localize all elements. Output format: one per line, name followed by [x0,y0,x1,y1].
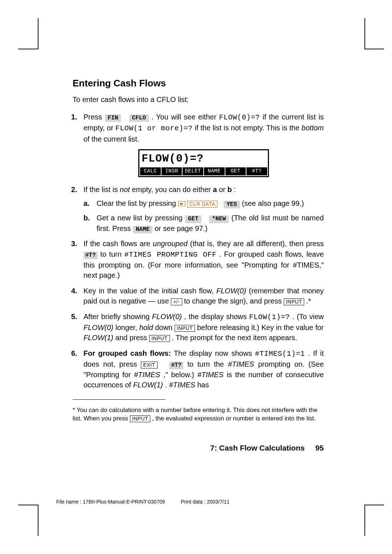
sign-key[interactable]: +/- [171,298,182,305]
text: down [155,323,175,331]
text: has [197,381,209,389]
step-number: 6. [71,348,77,358]
intro-text: To enter cash flows into a CFLO list: [73,95,324,104]
page: Entering Cash Flows To enter cash flows … [0,0,392,554]
prompt-flow1: FLOW(1 or more)=? [115,124,193,133]
text-bold: For grouped cash flows: [83,349,171,357]
text: ," below.) [163,371,197,379]
input-key[interactable]: INPUT [284,298,305,305]
fin-button[interactable]: FIN [105,114,121,122]
section-heading: Entering Cash Flows [73,78,324,89]
text-italic: #TIMES [197,371,224,379]
text: If the list is [83,186,120,194]
lcd-menu-calc: CALC [140,167,161,175]
text-italic: FLOW(0) [216,287,246,295]
text: Get a new list by pressing [97,214,185,222]
tq-button[interactable]: #T? [83,252,98,259]
footnote-ref: * [308,297,311,305]
lcd-menu-insr: INSR [162,167,182,175]
tq-button[interactable]: #T? [169,362,183,369]
step-6: 6. For grouped cash flows: The display n… [81,348,324,390]
step-number: 2. [71,184,77,195]
text-italic: not [120,186,130,194]
text: If the cash flows are [83,240,153,248]
step-number: 3. [71,239,77,249]
chapter-title: 7: Cash Flow Calculations [210,444,305,452]
lcd-prompt: FLOW(0)=? [139,150,268,167]
text-bold: a [213,186,217,194]
step-list: 1. Press FIN CFLO . You will see either … [81,112,324,390]
step-number: 5. [71,311,77,322]
crop-mark [38,18,38,49]
substep-list: a. Clear the list by pressing CLR DATA Y… [93,198,324,233]
text-bold: b [228,186,232,194]
meta-file: File name : 17BII-Plus-Manual-E-PRINT-03… [56,499,165,505]
lcd-menu-delet: DELET [183,167,203,175]
page-number: 95 [315,444,324,452]
crop-mark [18,505,38,505]
substep-b: b. Get a new list by pressing GET *NEW (… [93,213,324,233]
step-number: 1. [71,112,77,122]
text: (that is, they are all different), then … [190,240,324,248]
text: to turn [100,250,124,258]
text: : [234,186,236,194]
text: After briefly showing [83,313,152,321]
prompt-flow1q: FLOW(1)=? [249,313,290,321]
crop-mark [364,18,365,49]
footnote-rule [73,399,166,400]
clr-data-key[interactable]: CLR DATA [187,201,217,208]
text: or [219,186,227,194]
get-button[interactable]: GET [185,215,201,223]
yes-button[interactable]: YES [224,201,240,208]
footnote: * You can do calculations with a number … [73,406,324,423]
substep-a: a. Clear the list by pressing CLR DATA Y… [93,198,324,208]
footnote-text-b: , the evaluated expression or number is … [152,415,316,422]
text-italic: bottom [302,124,324,132]
text: and press [115,334,149,342]
prompt-flow0: FLOW(0)=? [219,113,260,122]
step-5: 5. After briefly showing FLOW(0) , the d… [81,311,324,343]
crop-mark [364,505,365,536]
step-2: 2. If the list is not empty, you can do … [81,184,324,234]
name-button[interactable]: NAME [133,226,152,233]
shift-key-icon[interactable] [178,201,185,206]
exit-key[interactable]: EXIT [141,362,157,368]
text: or see page 97.) [155,224,208,232]
meta-print: Print data : 2003/7/11 [181,499,229,505]
text: longer, [115,323,139,331]
print-metadata: File name : 17BII-Plus-Manual-E-PRINT-03… [56,499,229,505]
crop-mark [38,505,38,536]
text: . (To view [292,313,324,321]
text: empty, you can do either [132,186,213,194]
text-italic: FLOW(0) [152,313,182,321]
step-4: 4. Key in the value of the initial cash … [81,286,324,306]
lcd-menu-get: GET [225,167,246,175]
text: , the display shows [184,313,249,321]
text: . The prompt for the next item appears. [172,334,297,342]
lcd-menu-name: NAME [204,167,225,175]
text-italic: FLOW(0) [83,323,113,331]
input-key[interactable]: INPUT [175,325,195,332]
text: to change the sign), and press [184,297,284,305]
text: . You will see either [151,113,219,121]
text-italic: #TIMES [169,381,195,389]
text: . [165,381,169,389]
text-italic: hold [139,323,153,331]
lcd-menu-tq: #T? [246,167,267,175]
input-key[interactable]: INPUT [149,335,170,342]
text-italic: FLOW(1) [83,334,113,342]
step-1: 1. Press FIN CFLO . You will see either … [81,112,324,177]
text: (see also page 99.) [242,199,304,207]
cflo-button[interactable]: CFLO [129,114,149,122]
text: Key in the value of the initial cash flo… [83,287,216,295]
text-italic: #TIMES [134,371,160,379]
crop-mark [18,49,38,49]
text: if the list is not empty. This is the [195,124,301,132]
text: The display now shows [174,349,255,357]
input-key[interactable]: INPUT [130,415,151,422]
lcd-menu-row: CALC INSR DELET NAME GET #T? [139,167,268,176]
times-eq-text: #TIMES(1)=1 [255,350,305,358]
text: to turn the [187,360,228,368]
text: before releasing it.) Key in the value f… [197,323,324,331]
new-button[interactable]: *NEW [209,215,229,223]
